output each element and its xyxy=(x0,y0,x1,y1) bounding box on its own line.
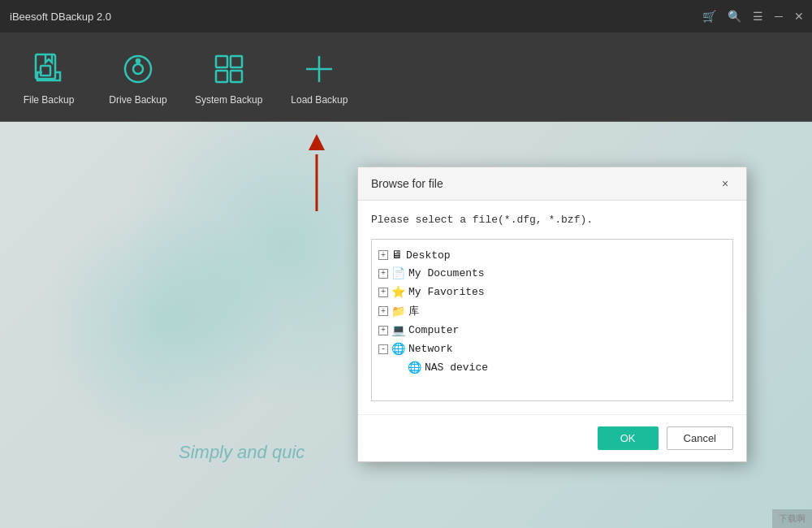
file-tree[interactable]: + 🖥 Desktop + 📄 My Documents + ⭐ My Favo… xyxy=(371,239,733,401)
dialog-overlay: Browse for file × Please select a file(*… xyxy=(0,122,812,528)
my-documents-label: My Documents xyxy=(408,267,485,279)
file-backup-button[interactable]: File Backup xyxy=(16,49,81,106)
search-icon[interactable]: 🔍 xyxy=(728,10,741,23)
desktop-label: Desktop xyxy=(406,249,451,262)
expand-network[interactable]: - xyxy=(378,344,388,354)
system-backup-icon xyxy=(209,49,249,89)
svg-point-3 xyxy=(133,64,143,74)
cart-icon[interactable]: 🛒 xyxy=(702,10,716,23)
expand-my-documents[interactable]: + xyxy=(378,269,388,279)
nas-device-label: NAS device xyxy=(425,361,488,374)
network-label: Network xyxy=(408,343,453,355)
dialog-footer: OK Cancel xyxy=(358,414,746,461)
tree-item-desktop[interactable]: + 🖥 Desktop xyxy=(378,246,726,264)
main-area: Simply and quic Browse for file × Please… xyxy=(0,122,812,528)
dialog-close-button[interactable]: × xyxy=(717,175,733,192)
drive-backup-icon xyxy=(118,49,158,89)
title-bar: iBeesoft DBackup 2.0 🛒 🔍 ☰ ─ ✕ xyxy=(0,0,812,32)
cancel-button[interactable]: Cancel xyxy=(667,426,733,450)
drive-backup-button[interactable]: Drive Backup xyxy=(106,49,171,106)
desktop-icon: 🖥 xyxy=(391,249,403,262)
drive-backup-label: Drive Backup xyxy=(109,94,166,106)
system-backup-button[interactable]: System Backup xyxy=(195,49,262,106)
expand-ku[interactable]: + xyxy=(378,306,388,316)
expand-my-favorites[interactable]: + xyxy=(378,288,388,297)
close-icon[interactable]: ✕ xyxy=(794,10,804,23)
svg-rect-7 xyxy=(216,71,227,82)
network-icon: 🌐 xyxy=(391,342,405,356)
svg-rect-8 xyxy=(231,71,242,82)
svg-rect-5 xyxy=(216,56,227,67)
file-backup-label: File Backup xyxy=(24,94,75,106)
tree-item-nas-device[interactable]: 🌐 NAS device xyxy=(378,358,726,377)
documents-icon: 📄 xyxy=(391,266,405,280)
tree-item-network[interactable]: - 🌐 Network xyxy=(378,340,726,358)
dialog-title: Browse for file xyxy=(371,177,443,190)
file-backup-icon xyxy=(28,49,69,89)
system-backup-label: System Backup xyxy=(195,94,262,106)
app-title: iBeesoft DBackup 2.0 xyxy=(10,11,111,23)
computer-icon: 💻 xyxy=(391,323,405,337)
browse-dialog: Browse for file × Please select a file(*… xyxy=(357,167,747,462)
expand-desktop[interactable]: + xyxy=(378,250,388,260)
svg-point-4 xyxy=(136,59,140,63)
window-controls: 🛒 🔍 ☰ ─ ✕ xyxy=(702,10,804,23)
load-backup-label: Load Backup xyxy=(291,94,348,106)
load-backup-icon xyxy=(299,49,339,89)
favorites-icon: ⭐ xyxy=(391,285,405,299)
ok-button[interactable]: OK xyxy=(598,426,659,450)
menu-icon[interactable]: ☰ xyxy=(753,10,763,23)
tree-item-my-favorites[interactable]: + ⭐ My Favorites xyxy=(378,283,726,301)
minimize-icon[interactable]: ─ xyxy=(775,10,783,23)
tree-item-my-documents[interactable]: + 📄 My Documents xyxy=(378,264,726,283)
dialog-instruction: Please select a file(*.dfg, *.bzf). xyxy=(371,214,733,226)
toolbar: File Backup Drive Backup System Backup xyxy=(0,32,812,122)
svg-rect-6 xyxy=(231,56,242,67)
ku-icon: 📁 xyxy=(391,305,405,318)
my-favorites-label: My Favorites xyxy=(408,286,485,298)
nas-icon: 🌐 xyxy=(408,361,421,374)
svg-rect-1 xyxy=(41,66,50,76)
dialog-body: Please select a file(*.dfg, *.bzf). + 🖥 … xyxy=(358,201,746,414)
ku-label: 库 xyxy=(408,304,419,318)
bottom-watermark: 下载啊 xyxy=(772,509,812,528)
load-backup-button[interactable]: Load Backup xyxy=(287,49,352,106)
tree-item-computer[interactable]: + 💻 Computer xyxy=(378,321,726,340)
computer-label: Computer xyxy=(408,324,459,336)
dialog-header: Browse for file × xyxy=(358,167,746,201)
expand-computer[interactable]: + xyxy=(378,326,388,335)
tree-item-ku[interactable]: + 📁 库 xyxy=(378,301,726,321)
